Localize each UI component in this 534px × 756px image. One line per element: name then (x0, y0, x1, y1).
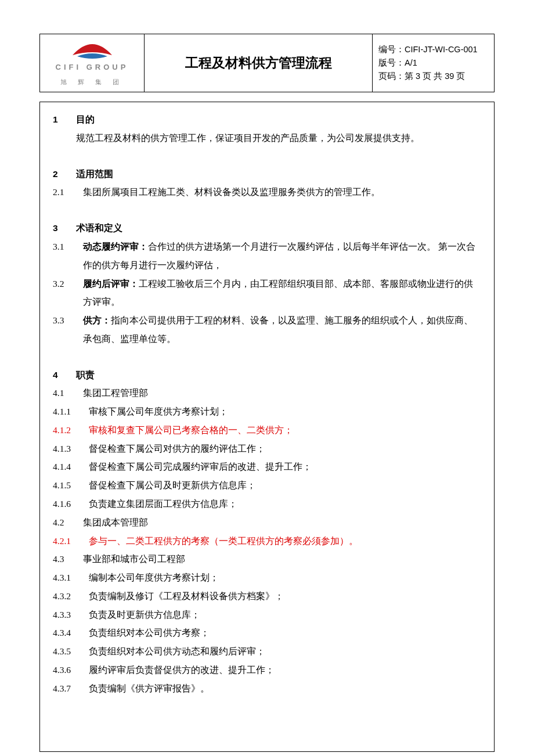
item-text: 负责编制《供方评审报告》。 (89, 679, 479, 698)
item-text: 事业部和城市公司工程部 (83, 550, 479, 568)
section-number: 2 (53, 165, 76, 183)
item-4-1-6: 4.1.6 负责建立集团层面工程供方信息库； (53, 495, 479, 513)
item-number: 3.3 (53, 311, 83, 330)
item-2-1: 2.1 集团所属项目工程施工类、材料设备类以及监理服务类供方的管理工作。 (53, 183, 479, 201)
logo-text-en: CIFI GROUP (46, 60, 138, 75)
item-text: 负责及时更新供方信息库； (89, 606, 479, 624)
meta-page: 页码：第 3 页 共 39 页 (378, 70, 488, 83)
term: 动态履约评审： (83, 242, 148, 251)
item-number: 3.2 (53, 275, 83, 293)
document-meta: 编号：CIFI-JT-WI-CG-001 版号：A/1 页码：第 3 页 共 3… (373, 34, 495, 92)
item-number: 4.1.3 (53, 440, 89, 458)
item-text: 集团成本管理部 (83, 513, 479, 532)
item-number: 4.1 (53, 384, 83, 402)
item-4-1: 4.1 集团工程管理部 (53, 384, 479, 402)
item-number: 4.3 (53, 550, 83, 568)
section-number: 1 (53, 110, 76, 129)
item-4-1-3: 4.1.3 督促检查下属公司对供方的履约评估工作； (53, 440, 479, 458)
item-4-1-4: 4.1.4 督促检查下属公司完成履约评审后的改进、提升工作； (53, 458, 479, 476)
meta-code: 编号：CIFI-JT-WI-CG-001 (378, 43, 488, 56)
section-title: 目的 (76, 110, 479, 129)
section-1-body: 规范工程及材料的供方管理工作，保证项目开发的产品质量，为公司发展提供支持。 (53, 129, 479, 147)
item-number: 4.3.5 (53, 642, 89, 661)
term: 供方： (83, 315, 111, 325)
section-title: 适用范围 (76, 165, 479, 183)
item-number: 4.1.2 (53, 421, 89, 440)
item-3-2: 3.2 履约后评审：工程竣工验收后三个月内，由工程部组织项目部、成本部、客服部或… (53, 275, 479, 312)
logo-text-cn: 旭 辉 集 团 (46, 75, 138, 89)
item-text: 参与一、二类工程供方的考察（一类工程供方的考察必须参加）。 (89, 532, 479, 550)
item-4-3-6: 4.3.6 履约评审后负责督促供方的改进、提升工作； (53, 661, 479, 679)
item-3-3: 3.3 供方：指向本公司提供用于工程的材料、设备，以及监理、施工服务的组织或个人… (53, 311, 479, 348)
item-text: 负责编制及修订《工程及材料设备供方档案》； (89, 587, 479, 606)
item-number: 4.1.6 (53, 495, 89, 513)
document-title: 工程及材料供方管理流程 (145, 34, 373, 92)
item-number: 3.1 (53, 237, 83, 256)
item-4-3-4: 4.3.4 负责组织对本公司供方考察； (53, 624, 479, 642)
item-4-3-3: 4.3.3 负责及时更新供方信息库； (53, 606, 479, 624)
section-number: 3 (53, 219, 76, 237)
item-text: 履约后评审：工程竣工验收后三个月内，由工程部组织项目部、成本部、客服部或物业进行… (83, 275, 479, 312)
item-number: 4.3.7 (53, 679, 89, 698)
item-text: 督促检查下属公司完成履约评审后的改进、提升工作； (89, 458, 479, 476)
item-number: 4.2.1 (53, 532, 89, 550)
item-text: 负责建立集团层面工程供方信息库； (89, 495, 479, 513)
item-4-3-5: 4.3.5 负责组织对本公司供方动态和履约后评审； (53, 642, 479, 661)
item-number: 4.3.3 (53, 606, 89, 624)
item-number: 4.3.6 (53, 661, 89, 679)
meta-version: 版号：A/1 (378, 56, 488, 70)
item-text: 动态履约评审：合作过的供方进场第一个月进行一次履约评估，以后每半年评估一次。 第… (83, 237, 479, 275)
item-text: 集团工程管理部 (83, 384, 479, 402)
item-4-3-2: 4.3.2 负责编制及修订《工程及材料设备供方档案》； (53, 587, 479, 606)
item-number: 2.1 (53, 183, 83, 201)
item-text: 负责组织对本公司供方考察； (89, 624, 479, 642)
item-text: 审核和复查下属公司已考察合格的一、二类供方； (89, 421, 479, 440)
item-number: 4.3.2 (53, 587, 89, 606)
section-number: 4 (53, 366, 76, 384)
item-text: 审核下属公司年度供方考察计划； (89, 402, 479, 421)
item-4-3: 4.3 事业部和城市公司工程部 (53, 550, 479, 568)
item-number: 4.2 (53, 513, 83, 532)
section-title: 职责 (76, 366, 479, 384)
item-4-1-5: 4.1.5 督促检查下属公司及时更新供方信息库； (53, 476, 479, 495)
term: 履约后评审： (83, 279, 139, 289)
document-header: CIFI GROUP 旭 辉 集 团 工程及材料供方管理流程 编号：CIFI-J… (39, 34, 495, 92)
item-4-1-1: 4.1.1 审核下属公司年度供方考察计划； (53, 402, 479, 421)
section-3-heading: 3 术语和定义 (53, 219, 479, 237)
item-4-3-1: 4.3.1 编制本公司年度供方考察计划； (53, 568, 479, 587)
section-1-heading: 1 目的 (53, 110, 479, 129)
section-2-heading: 2 适用范围 (53, 165, 479, 183)
item-number: 4.3.1 (53, 568, 89, 587)
section-4-heading: 4 职责 (53, 366, 479, 384)
item-text: 履约评审后负责督促供方的改进、提升工作； (89, 661, 479, 679)
item-number: 4.3.4 (53, 624, 89, 642)
item-number: 4.1.5 (53, 476, 89, 495)
section-title: 术语和定义 (76, 219, 479, 237)
cifi-logo-icon (67, 38, 118, 59)
item-4-3-7: 4.3.7 负责编制《供方评审报告》。 (53, 679, 479, 698)
item-4-2: 4.2 集团成本管理部 (53, 513, 479, 532)
item-text: 督促检查下属公司及时更新供方信息库； (89, 476, 479, 495)
logo-cell: CIFI GROUP 旭 辉 集 团 (40, 34, 145, 92)
item-text: 编制本公司年度供方考察计划； (89, 568, 479, 587)
item-4-1-2: 4.1.2 审核和复查下属公司已考察合格的一、二类供方； (53, 421, 479, 440)
definition: 指向本公司提供用于工程的材料、设备，以及监理、施工服务的组织或个人，如供应商、承… (83, 315, 473, 344)
item-number: 4.1.1 (53, 402, 89, 421)
item-3-1: 3.1 动态履约评审：合作过的供方进场第一个月进行一次履约评估，以后每半年评估一… (53, 237, 479, 275)
item-text: 督促检查下属公司对供方的履约评估工作； (89, 440, 479, 458)
item-text: 集团所属项目工程施工类、材料设备类以及监理服务类供方的管理工作。 (83, 183, 479, 201)
item-text: 负责组织对本公司供方动态和履约后评审； (89, 642, 479, 661)
item-text: 供方：指向本公司提供用于工程的材料、设备，以及监理、施工服务的组织或个人，如供应… (83, 311, 479, 348)
content-frame: 1 目的 规范工程及材料的供方管理工作，保证项目开发的产品质量，为公司发展提供支… (39, 102, 495, 752)
definition: 工程竣工验收后三个月内，由工程部组织项目部、成本部、客服部或物业进行的供方评审。 (83, 279, 473, 307)
item-number: 4.1.4 (53, 458, 89, 476)
item-4-2-1: 4.2.1 参与一、二类工程供方的考察（一类工程供方的考察必须参加）。 (53, 532, 479, 550)
